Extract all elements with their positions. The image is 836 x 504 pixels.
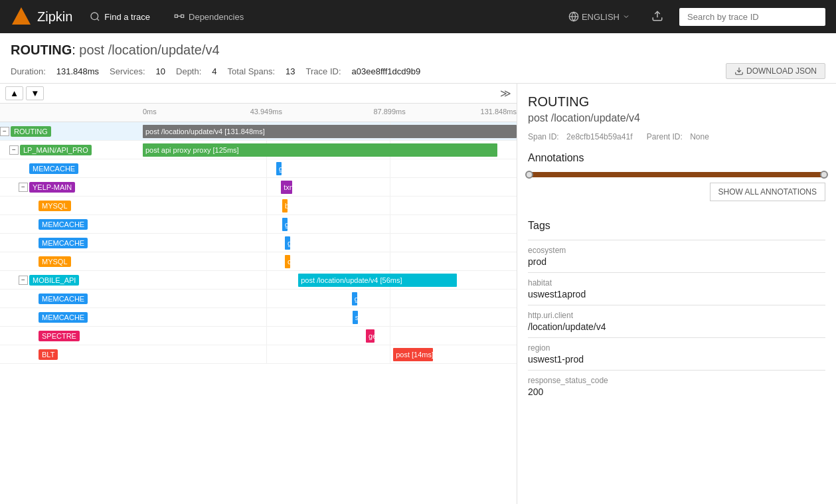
table-row[interactable]: −LP_MAIN/API_PROpost api proxy proxy [12… — [0, 141, 517, 159]
chevron-down-icon — [622, 13, 630, 21]
time-tick-3: 131.848ms — [481, 108, 517, 116]
service-badge: MEMCACHE — [39, 238, 88, 248]
table-row[interactable]: BLTpost [14ms] — [0, 345, 517, 364]
span-rows-container: −ROUTINGpost /location/update/v4 [131.84… — [0, 122, 517, 364]
tag-key: habitat — [528, 278, 825, 288]
parent-id-value: None — [690, 132, 709, 141]
table-row[interactable]: MEMCACHEget my_cache_name_v2 [993µs] — [0, 159, 517, 178]
time-tick-0: 0ms — [143, 108, 157, 116]
total-spans-label: Total Spans: — [228, 66, 276, 76]
table-row[interactable]: SPECTREget [3ms] — [0, 327, 517, 345]
span-bar[interactable]: get_multi my_cache_name_v1 [233µs] — [285, 236, 290, 250]
trace-id-label: Trace ID: — [306, 66, 341, 76]
upload-icon — [651, 10, 663, 22]
table-row[interactable]: MYSQLcommit [374µs] — [0, 252, 517, 271]
nav-dependencies[interactable]: Dependencies — [167, 7, 250, 26]
svg-rect-3 — [175, 15, 177, 17]
annotation-bar: SHOW ALL ANNOTATIONS — [528, 172, 825, 207]
span-bar[interactable]: get my_cache_name_v2 [993µs] — [276, 162, 282, 175]
nav-find-trace[interactable]: Find a trace — [83, 7, 157, 26]
expand-down-button[interactable]: ▼ — [26, 86, 44, 100]
table-row[interactable]: MEMCACHEget user_details_cache-20150901 … — [0, 215, 517, 234]
service-badge: ROUTING — [11, 126, 51, 137]
tags-container: ecosystemprodhabitatuswest1aprodhttp.uri… — [528, 240, 825, 402]
service-badge: MEMCACHE — [39, 312, 88, 323]
collapse-button[interactable]: − — [19, 276, 28, 285]
tags-title: Tags — [528, 220, 825, 232]
tag-value: uswest1-prod — [528, 354, 825, 365]
table-row[interactable]: −YELP-MAINtxn: user_get_basic_and_scout_… — [0, 178, 517, 197]
span-bar[interactable]: post api proxy proxy [125ms] — [143, 143, 497, 157]
detail-endpoint: post /location/update/v4 — [528, 112, 825, 124]
service-badge: MEMCACHE — [39, 219, 88, 230]
span-bar[interactable]: get [3ms] — [366, 329, 375, 343]
list-item: ecosystemprod — [528, 240, 825, 272]
tag-key: ecosystem — [528, 246, 825, 255]
service-badge: MYSQL — [39, 256, 71, 267]
trace-panel: ▲ ▼ ≫ 0ms 43.949ms 87.899ms 131.848ms −R… — [0, 84, 517, 504]
main-content: ▲ ▼ ≫ 0ms 43.949ms 87.899ms 131.848ms −R… — [0, 84, 836, 504]
nav-dependencies-label: Dependencies — [189, 12, 244, 22]
show-all-annotations-button[interactable]: SHOW ALL ANNOTATIONS — [710, 183, 825, 201]
download-btn-label: DOWNLOAD JSON — [746, 66, 817, 76]
services-label: Services: — [110, 66, 145, 76]
duration-value: 131.848ms — [56, 66, 99, 76]
detail-span-meta: Span ID: 2e8cfb154b59a41f Parent ID: Non… — [528, 132, 825, 141]
language-selector[interactable]: ENGLISH — [563, 9, 635, 25]
expand-up-button[interactable]: ▲ — [5, 86, 23, 100]
expand-all-icon[interactable]: ≫ — [500, 87, 511, 100]
depth-label: Depth: — [176, 66, 201, 76]
span-bar[interactable]: post [14ms] — [393, 348, 433, 361]
table-row[interactable]: MEMCACHEget_multi my_cache_name_v1 [233µ… — [0, 234, 517, 252]
service-badge: MEMCACHE — [39, 294, 88, 304]
span-id-label: Span ID: — [528, 132, 559, 141]
table-row[interactable]: MEMCACHEset mobile_api_nonce [1.026ms] — [0, 308, 517, 327]
collapse-button[interactable]: − — [19, 183, 28, 192]
span-bar[interactable]: set mobile_api_nonce [1.026ms] — [353, 311, 358, 324]
detail-service: ROUTING — [528, 94, 825, 110]
trace-id-value: a03ee8fff1dcd9b9 — [352, 66, 421, 76]
span-bar[interactable]: post /location/update/v4 [56ms] — [298, 274, 457, 287]
service-badge: YELP-MAIN — [29, 182, 75, 193]
services-value: 10 — [156, 66, 165, 76]
title-service: ROUTING — [11, 42, 72, 57]
span-bar[interactable]: commit [374µs] — [285, 255, 290, 268]
tag-value: uswest1aprod — [528, 289, 825, 299]
tag-value: prod — [528, 256, 825, 267]
search-input[interactable] — [679, 8, 825, 26]
depth-value: 4 — [212, 66, 216, 76]
time-tick-1: 43.949ms — [250, 108, 282, 116]
svg-rect-4 — [181, 15, 184, 17]
page-title: ROUTING: post /location/update/v4 — [11, 42, 825, 58]
app-header: Zipkin Find a trace Dependencies ENGLISH — [0, 0, 836, 33]
tag-key: http.uri.client — [528, 311, 825, 320]
table-row[interactable]: MEMCACHEget_multi mobile_api_nonce [1.06… — [0, 290, 517, 308]
table-row[interactable]: −MOBILE_APIpost /location/update/v4 [56m… — [0, 271, 517, 290]
upload-button[interactable] — [646, 7, 669, 27]
span-bar[interactable]: txn: user_get_basic_and_scout_info [3.88… — [281, 181, 292, 194]
nav-find-trace-label: Find a trace — [104, 12, 150, 22]
service-badge: MYSQL — [39, 201, 71, 211]
zipkin-logo-icon — [11, 6, 32, 27]
service-badge: MEMCACHE — [29, 163, 78, 174]
tag-value: /location/update/v4 — [528, 321, 825, 332]
annotation-dot-right — [820, 171, 828, 179]
span-id-value: 2e8cfb154b59a41f — [566, 132, 632, 141]
table-row[interactable]: −ROUTINGpost /location/update/v4 [131.84… — [0, 122, 517, 141]
span-bar[interactable]: get user_details_cache-20150901 [1.068ms… — [282, 218, 288, 231]
span-bar[interactable]: get_multi mobile_api_nonce [1.066ms] — [352, 292, 357, 305]
list-item: regionuswest1-prod — [528, 337, 825, 370]
duration-label: Duration: — [11, 66, 46, 76]
tag-key: response_status_code — [528, 376, 825, 385]
collapse-button[interactable]: − — [9, 145, 19, 155]
download-json-button[interactable]: DOWNLOAD JSON — [726, 63, 825, 79]
collapse-button[interactable]: − — [0, 127, 9, 136]
download-icon — [734, 66, 744, 76]
table-row[interactable]: MYSQLbegin [445µs] — [0, 197, 517, 215]
tag-value: 200 — [528, 386, 825, 397]
span-bar[interactable]: begin [445µs] — [282, 199, 288, 212]
span-bar[interactable]: post /location/update/v4 [131.848ms] — [143, 125, 517, 138]
logo[interactable]: Zipkin — [11, 6, 72, 27]
total-spans-value: 13 — [286, 66, 295, 76]
globe-icon — [568, 11, 579, 22]
